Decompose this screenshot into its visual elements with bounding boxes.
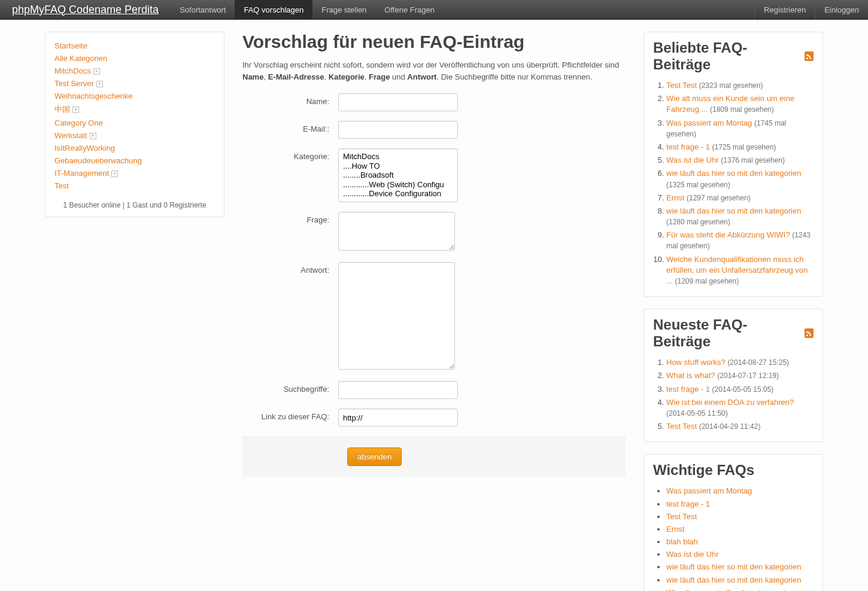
nav-item[interactable]: Frage stellen	[312, 0, 375, 20]
faq-meta: (2323 mal gesehen)	[699, 81, 763, 90]
category-link[interactable]: Category One	[54, 118, 103, 127]
category-select[interactable]: MitchDocs....How TO........Broadsoft....…	[338, 148, 458, 202]
nav-item[interactable]: Einloggen	[815, 0, 868, 20]
faq-link[interactable]: blah blah	[666, 537, 698, 546]
faq-link[interactable]: Was ist die Uhr	[666, 156, 719, 164]
nav-item[interactable]: Registrieren	[754, 0, 815, 20]
faq-link[interactable]: Test Test	[666, 422, 697, 431]
name-input[interactable]	[338, 93, 458, 111]
category-item: Test Server+	[54, 77, 215, 90]
category-label: Kategorie:	[242, 148, 338, 161]
category-link[interactable]: Test	[54, 181, 69, 190]
category-item: Alle Kategorien	[54, 52, 215, 65]
category-link[interactable]: Test Server	[54, 79, 94, 88]
rss-icon[interactable]	[805, 51, 814, 61]
list-item: How stuff works? (2014-08-27 15:25)	[666, 357, 814, 368]
category-option[interactable]: MitchDocs	[343, 152, 453, 162]
faq-link[interactable]: test frage - 1	[666, 499, 710, 508]
faq-link[interactable]: Was passiert am Montag	[666, 486, 752, 495]
faq-meta: (2014-05-05 15:05)	[712, 385, 774, 394]
question-textarea[interactable]	[338, 212, 455, 251]
rss-icon[interactable]	[805, 328, 814, 338]
list-item: wie läuft das hier so mit den kategorien…	[666, 206, 814, 227]
intro-text: Ihr Vorschlag erscheint nicht sofort, so…	[242, 59, 626, 83]
faq-link[interactable]: test frage - 1	[666, 142, 710, 151]
faq-meta: (1297 mal gesehen)	[687, 194, 751, 202]
faq-link[interactable]: What is what?	[666, 371, 715, 380]
expand-icon[interactable]: +	[72, 106, 79, 113]
faq-link[interactable]: wie läuft das hier so mit den kategorien	[666, 206, 801, 215]
answer-textarea[interactable]	[338, 262, 455, 370]
category-option[interactable]: ........Broadsoft	[343, 170, 453, 180]
email-input[interactable]	[338, 121, 458, 139]
category-link[interactable]: Weihnachtsgeschenke	[54, 92, 133, 100]
faq-link[interactable]: Test Test	[666, 81, 697, 90]
faq-meta: (1725 mal gesehen)	[712, 143, 776, 151]
visitor-info: 1 Besucher online | 1 Gast und 0 Registr…	[54, 198, 215, 209]
list-item: Wie alt muss ein Kunde sein um eine Fahr…	[666, 93, 814, 115]
brand-link[interactable]: phpMyFAQ Codename Perdita	[0, 0, 171, 19]
list-item: Ernst (1297 mal gesehen)	[666, 193, 814, 203]
category-link[interactable]: IsItReallyWorking	[54, 144, 115, 153]
list-item: Was ist die Uhr	[666, 549, 814, 560]
category-item: IsItReallyWorking	[54, 142, 215, 154]
category-option[interactable]: ............Device Configuration	[343, 189, 453, 199]
popular-panel: Beliebte FAQ-Beiträge Test Test (2323 ma…	[644, 32, 823, 297]
category-link[interactable]: Alle Kategorien	[54, 54, 107, 63]
category-option[interactable]: ............Web (Switch) Configu	[343, 180, 453, 190]
faq-link[interactable]: wie läuft das hier so mit den kategorien	[666, 562, 801, 571]
category-link[interactable]: Gebaeudeueberwachung	[54, 156, 142, 165]
category-item: Weihnachtsgeschenke	[54, 90, 215, 102]
list-item: Welche Kundenqualifikationen muss ich er…	[666, 254, 814, 287]
name-label: Name:	[242, 93, 338, 106]
faq-link[interactable]: wie läuft das hier so mit den kategorien	[666, 575, 801, 584]
faq-link[interactable]: Test Test	[666, 512, 697, 521]
list-item: wie läuft das hier so mit den kategorien	[666, 575, 814, 586]
faq-link[interactable]: Wie alt muss ein Kunde sein um eine Fahr…	[666, 588, 794, 591]
nav-item[interactable]: Offene Fragen	[375, 0, 444, 20]
category-option[interactable]: ....How TO	[343, 162, 453, 171]
category-link[interactable]: Startseite	[54, 41, 87, 50]
faq-meta: (1809 mal gesehen)	[710, 105, 774, 114]
faq-link[interactable]: Was passiert am Montag	[666, 118, 752, 127]
answer-label: Antwort:	[242, 262, 338, 275]
link-input[interactable]	[338, 409, 458, 427]
list-item: Ernst	[666, 524, 814, 535]
faq-link[interactable]: Wie ist bei einem DOA zu verfahren?	[666, 398, 794, 407]
category-item: Gebaeudeueberwachung	[54, 154, 215, 167]
expand-icon[interactable]: +	[90, 133, 96, 139]
expand-icon[interactable]: +	[111, 170, 118, 177]
category-panel: StartseiteAlle KategorienMitchDocs+Test …	[45, 32, 224, 217]
category-item: Test	[54, 179, 215, 192]
category-link[interactable]: 中国	[54, 105, 70, 114]
list-item: test frage - 1 (2014-05-05 15:05)	[666, 384, 814, 395]
submit-button[interactable]: absenden	[347, 447, 402, 466]
category-link[interactable]: IT-Management	[54, 169, 109, 178]
category-link[interactable]: Werkstatt	[54, 131, 87, 140]
keywords-input[interactable]	[338, 381, 458, 399]
list-item: blah blah	[666, 537, 814, 547]
faq-link[interactable]: test frage - 1	[666, 385, 710, 394]
faq-meta: (2014-08-27 15:25)	[727, 358, 789, 367]
category-link[interactable]: MitchDocs	[54, 66, 91, 75]
expand-icon[interactable]: +	[96, 81, 103, 87]
faq-meta: (1209 mal gesehen)	[675, 277, 739, 285]
nav-item[interactable]: FAQ vorschlagen	[235, 0, 312, 20]
category-list: StartseiteAlle KategorienMitchDocs+Test …	[54, 39, 215, 192]
list-item: Für was steht die Abkürzung WIWI? (1243 …	[666, 230, 814, 251]
important-list: Was passiert am Montagtest frage - 1Test…	[653, 486, 814, 591]
faq-link[interactable]: Für was steht die Abkürzung WIWI?	[666, 230, 790, 239]
nav-item[interactable]: Sofortantwort	[171, 0, 235, 20]
category-item: 中国+	[54, 102, 215, 117]
expand-icon[interactable]: +	[93, 68, 100, 75]
faq-link[interactable]: Ernst	[666, 525, 684, 534]
category-item: Category One	[54, 117, 215, 129]
list-item: test frage - 1 (1725 mal gesehen)	[666, 142, 814, 153]
category-item: Werkstatt+	[54, 129, 215, 142]
faq-link[interactable]: How stuff works?	[666, 358, 726, 367]
faq-link[interactable]: Was ist die Uhr	[666, 550, 719, 559]
faq-link[interactable]: Ernst	[666, 193, 684, 202]
faq-meta: (1376 mal gesehen)	[721, 156, 785, 164]
faq-link[interactable]: wie läuft das hier so mit den kategorien	[666, 169, 801, 178]
important-panel: Wichtige FAQs Was passiert am Montagtest…	[644, 454, 823, 591]
